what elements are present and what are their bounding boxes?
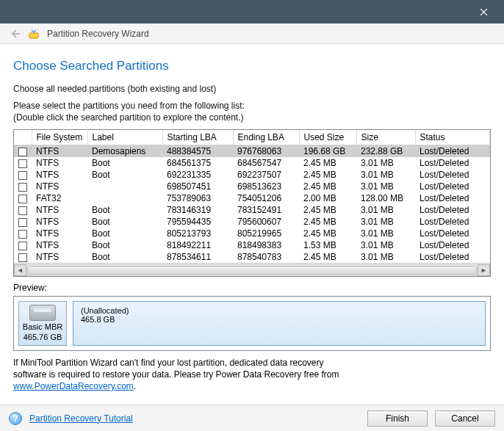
cell-fs: NTFS — [32, 216, 87, 228]
cell-status: Lost/Deleted — [415, 192, 490, 204]
cell-slba: 878534611 — [162, 251, 233, 263]
row-checkbox[interactable] — [18, 195, 27, 203]
disk-size: 465.76 GB — [22, 333, 63, 342]
svg-rect-1 — [29, 33, 38, 38]
table-row[interactable]: FAT327537890637540512062.00 MB128.00 MBL… — [14, 192, 490, 204]
cell-fs: NTFS — [32, 228, 87, 239]
cell-fs: NTFS — [32, 145, 87, 158]
cell-fs: NTFS — [32, 157, 87, 169]
cell-used: 2.45 MB — [299, 169, 356, 181]
cell-fs: NTFS — [32, 204, 87, 216]
col-starting-lba[interactable]: Starting LBA — [162, 130, 233, 145]
row-checkbox[interactable] — [18, 206, 27, 215]
cell-status: Lost/Deleted — [415, 228, 490, 239]
cancel-button[interactable]: Cancel — [435, 410, 495, 427]
scroll-right-button[interactable]: ► — [478, 264, 490, 276]
partition-size: 465.8 GB — [81, 315, 478, 324]
horizontal-scrollbar[interactable]: ◄ ► — [14, 263, 490, 276]
cell-size: 3.01 MB — [356, 181, 415, 192]
help-icon[interactable]: ? — [9, 412, 22, 425]
table-row[interactable]: NTFSBoot7955944357956006072.45 MB3.01 MB… — [14, 216, 490, 228]
cell-status: Lost/Deleted — [415, 145, 490, 158]
row-checkbox[interactable] — [18, 148, 27, 156]
instructions-line1: Please select the partitions you need fr… — [13, 101, 245, 111]
col-used-size[interactable]: Used Size — [299, 130, 356, 145]
cell-size: 3.01 MB — [356, 169, 415, 181]
table-row[interactable]: NTFSBoot8052137938052199652.45 MB3.01 MB… — [14, 228, 490, 239]
back-arrow-icon[interactable] — [9, 28, 21, 40]
table-row[interactable]: NTFSBoot7831463197831524912.45 MB3.01 MB… — [14, 204, 490, 216]
table-row[interactable]: NTFSBoot8184922118184983831.53 MB3.01 MB… — [14, 239, 490, 251]
cell-used: 2.45 MB — [299, 157, 356, 169]
close-button[interactable] — [467, 1, 500, 23]
tutorial-link[interactable]: Partition Recovery Tutorial — [29, 413, 133, 424]
page-subtitle: Choose all needed partitions (both exist… — [13, 84, 491, 94]
row-checkbox[interactable] — [18, 218, 27, 227]
cell-fs: FAT32 — [32, 192, 87, 204]
cell-fs: NTFS — [32, 169, 87, 181]
cell-slba: 795594435 — [162, 216, 233, 228]
col-checkbox[interactable] — [14, 130, 32, 145]
table-row[interactable]: NTFS6985074516985136232.45 MB3.01 MBLost… — [14, 181, 490, 192]
scroll-thumb[interactable] — [27, 266, 477, 275]
cell-slba: 488384575 — [162, 145, 233, 158]
partition-label: (Unallocated) — [81, 306, 478, 315]
table-row[interactable]: NTFSBoot6845613756845675472.45 MB3.01 MB… — [14, 157, 490, 169]
row-checkbox[interactable] — [18, 171, 27, 180]
cell-used: 2.45 MB — [299, 216, 356, 228]
col-ending-lba[interactable]: Ending LBA — [233, 130, 299, 145]
cell-label — [87, 192, 162, 204]
cell-elba: 754051206 — [233, 192, 299, 204]
cell-fs: NTFS — [32, 251, 87, 263]
preview-disk[interactable]: Basic MBR 465.76 GB — [18, 301, 67, 345]
cell-slba: 783146319 — [162, 204, 233, 216]
col-status[interactable]: Status — [415, 130, 490, 145]
cell-size: 3.01 MB — [356, 157, 415, 169]
table-row[interactable]: NTFSDemosapiens488384575976768063196.68 … — [14, 145, 490, 158]
cell-label: Boot — [87, 169, 162, 181]
cell-elba: 684567547 — [233, 157, 299, 169]
row-checkbox[interactable] — [18, 183, 27, 192]
disk-icon — [29, 305, 56, 321]
recovery-note: If MiniTool Partition Wizard can't find … — [13, 357, 491, 393]
row-checkbox[interactable] — [18, 159, 27, 168]
table-row[interactable]: NTFSBoot6922313356922375072.45 MB3.01 MB… — [14, 169, 490, 181]
cell-used: 196.68 GB — [299, 145, 356, 158]
row-checkbox[interactable] — [18, 230, 27, 239]
footer-bar: ? Partition Recovery Tutorial Finish Can… — [0, 405, 504, 431]
cell-fs: NTFS — [32, 181, 87, 192]
page-heading: Choose Searched Partitions — [13, 59, 491, 73]
scroll-left-button[interactable]: ◄ — [14, 264, 26, 276]
col-filesystem[interactable]: File System — [32, 130, 87, 145]
row-checkbox[interactable] — [18, 253, 27, 262]
preview-partition[interactable]: (Unallocated) 465.8 GB — [73, 301, 486, 345]
cell-label: Boot — [87, 251, 162, 263]
cell-elba: 783152491 — [233, 204, 299, 216]
table-header-row: File System Label Starting LBA Ending LB… — [14, 130, 490, 145]
note-line1: If MiniTool Partition Wizard can't find … — [13, 358, 324, 368]
cell-elba: 805219965 — [233, 228, 299, 239]
row-checkbox[interactable] — [18, 242, 27, 250]
cell-size: 3.01 MB — [356, 216, 415, 228]
cell-status: Lost/Deleted — [415, 181, 490, 192]
cell-used: 2.45 MB — [299, 181, 356, 192]
cell-size: 3.01 MB — [356, 251, 415, 263]
cell-slba: 818492211 — [162, 239, 233, 251]
preview-label: Preview: — [13, 283, 491, 293]
title-bar — [0, 0, 504, 23]
cell-used: 2.00 MB — [299, 192, 356, 204]
cell-used: 1.53 MB — [299, 239, 356, 251]
col-label[interactable]: Label — [87, 130, 162, 145]
note-link[interactable]: www.PowerDataRecovery.com — [13, 381, 134, 391]
wizard-header: Partition Recovery Wizard — [0, 23, 504, 44]
cell-status: Lost/Deleted — [415, 157, 490, 169]
cell-status: Lost/Deleted — [415, 216, 490, 228]
cell-slba: 805213793 — [162, 228, 233, 239]
cell-used: 2.45 MB — [299, 204, 356, 216]
col-size[interactable]: Size — [356, 130, 415, 145]
cell-size: 3.01 MB — [356, 239, 415, 251]
finish-button[interactable]: Finish — [367, 410, 428, 427]
cell-status: Lost/Deleted — [415, 239, 490, 251]
table-row[interactable]: NTFSBoot8785346118785407832.45 MB3.01 MB… — [14, 251, 490, 263]
scroll-track[interactable] — [26, 264, 478, 276]
